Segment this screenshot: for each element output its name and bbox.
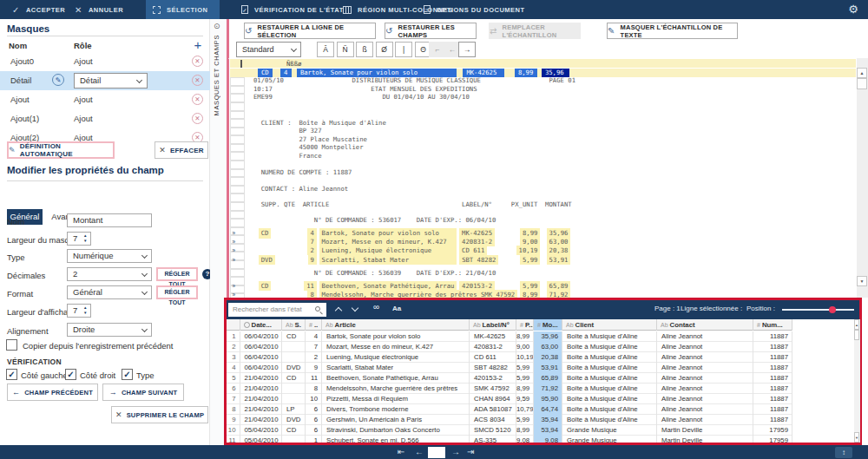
table-row[interactable]: 721/04/201010Pizzetti, Messa di RequiemC… xyxy=(227,394,792,404)
loop-search-icon[interactable]: ∞ xyxy=(373,302,379,311)
style-select[interactable]: Standard xyxy=(236,42,301,57)
delete-mask-icon[interactable]: ✕ xyxy=(192,75,203,86)
champ-precedent-button[interactable]: ←CHAMP PRÉCÉDENT xyxy=(7,384,98,401)
verification-etat-button[interactable]: ✓VÉRIFICATION DE L'ÉTAT xyxy=(241,0,344,19)
cote-gauche-checkbox[interactable]: ✓ xyxy=(6,369,17,380)
settings-gear-icon[interactable]: ⚙ xyxy=(848,3,858,16)
delete-mask-icon[interactable]: ✕ xyxy=(192,113,203,124)
column-header-Label/N°[interactable]: AbLabel/N° xyxy=(470,319,516,331)
last-page-icon[interactable]: ⇥ xyxy=(467,447,474,456)
column-header-Mo...[interactable]: #Mo... xyxy=(534,319,562,331)
field-nom-input[interactable]: Montant xyxy=(67,213,152,227)
table-row[interactable]: 206/04/20107Mozart, Messe en do mineur, … xyxy=(227,342,792,352)
line-selector-box[interactable] xyxy=(230,77,245,86)
table-row[interactable]: 821/04/2010LP6Divers, Trombone moderneAD… xyxy=(227,404,792,415)
char-arrow-right-button[interactable]: → xyxy=(458,42,476,57)
table-row[interactable]: 521/04/2010CD11Beethoven, Sonate Pathéti… xyxy=(227,373,792,384)
line-selector-box[interactable] xyxy=(230,94,245,102)
line-selector-box[interactable] xyxy=(230,119,245,128)
field-type-select[interactable]: Numérique xyxy=(67,249,152,263)
search-prev-icon[interactable] xyxy=(335,307,342,314)
first-page-icon[interactable]: ⇤ xyxy=(398,447,404,456)
line-selector-box[interactable] xyxy=(230,128,245,136)
fit-height-button[interactable]: ↕ xyxy=(835,447,852,458)
line-selector-box[interactable] xyxy=(230,102,245,111)
restaurer-champs-button[interactable]: ↺RESTAURER LES CHAMPS xyxy=(385,23,477,39)
table-row[interactable]: 306/04/20102Luening, Musique électroniqu… xyxy=(227,352,792,363)
scroll-up-icon[interactable]: ▲ xyxy=(854,319,859,330)
position-slider-handle[interactable] xyxy=(829,306,836,313)
field-format-select[interactable]: Général xyxy=(67,285,152,299)
champ-suivant-button[interactable]: →CHAMP SUIVANT xyxy=(102,384,184,401)
line-selector-box[interactable] xyxy=(230,152,245,161)
field-decimales-select[interactable]: 2 xyxy=(67,267,152,281)
column-header-P...[interactable]: #P... xyxy=(516,319,534,331)
char-button-2[interactable]: ß xyxy=(356,42,373,57)
table-row[interactable]: 1005/04/2010CD6Stravinski, Dumbarton Oak… xyxy=(227,425,792,436)
position-slider[interactable] xyxy=(782,309,854,311)
column-header-S.[interactable]: AbS. xyxy=(282,319,306,331)
prev-page-icon[interactable]: ← xyxy=(415,447,424,456)
char-button-3[interactable]: Ø xyxy=(376,42,393,57)
line-selector-box[interactable] xyxy=(230,211,245,220)
mask-row-Ajout[interactable]: AjoutAjout✕ xyxy=(0,90,210,109)
mask-definition-row[interactable] xyxy=(230,59,856,68)
line-selector-box[interactable] xyxy=(230,193,245,202)
report-view[interactable]: ÑßßøCD4Bartok, Sonate pour violon soloMK… xyxy=(229,58,868,298)
type-checkbox[interactable]: ✓ xyxy=(122,369,133,380)
regler-tout-decimales-button[interactable]: RÉGLER TOUT xyxy=(156,267,198,281)
line-selector-box[interactable] xyxy=(230,219,245,227)
column-header-Date...[interactable]: Date... xyxy=(240,319,283,331)
delete-mask-icon[interactable]: ✕ xyxy=(192,56,203,67)
scroll-up-icon[interactable]: ▲ xyxy=(857,68,867,78)
field-largeur-masque-stepper[interactable]: 7▲▼ xyxy=(67,232,91,246)
supprimer-champ-button[interactable]: ✕SUPPRIMER LE CHAMP xyxy=(111,406,208,423)
mask-row-Détail[interactable]: Détail✎Détail✕ xyxy=(0,71,210,90)
cote-droit-checkbox[interactable]: ✓ xyxy=(65,369,76,380)
column-header-Num...[interactable]: #Num... xyxy=(753,319,792,331)
line-selector-box[interactable] xyxy=(230,169,245,178)
field-alignement-select[interactable]: Droite xyxy=(67,323,152,337)
line-selector-box[interactable] xyxy=(230,269,245,278)
copier-checkbox[interactable] xyxy=(6,339,17,351)
column-header-..[interactable]: #.. xyxy=(306,319,322,331)
table-row[interactable]: 406/04/2010DVD9Scarlatti, Stabat MaterSB… xyxy=(227,363,792,373)
masquer-echantillon-button[interactable]: ✎MASQUER L'ÉCHANTILLON DE TEXTE xyxy=(607,23,738,39)
table-row[interactable]: 1105/04/20101Schubert, Sonate en mi, D.5… xyxy=(227,436,792,443)
line-selector-box[interactable] xyxy=(230,86,245,95)
auto-define-button[interactable]: ✎DÉFINITION AUTOMATIQUE xyxy=(7,141,115,159)
search-next-icon[interactable] xyxy=(352,305,358,311)
delete-mask-icon[interactable]: ✕ xyxy=(192,94,203,105)
add-mask-button[interactable]: + xyxy=(191,38,205,52)
restaurer-ligne-selection-button[interactable]: ↺RESTAURER LA LIGNE DE SÉLECTION xyxy=(244,23,376,39)
tab-masques-et-champs[interactable]: MASQUES ET CHAMPS xyxy=(213,35,220,115)
stepper-arrows-icon[interactable]: ▲▼ xyxy=(83,233,87,244)
char-button-0[interactable]: Â xyxy=(317,42,334,57)
table-row[interactable]: 921/04/2010DVD6Gershwin, Un Américain à … xyxy=(227,415,792,425)
tab-selection[interactable]: SÉLECTION xyxy=(146,0,220,19)
pencil-icon[interactable]: ✎ xyxy=(52,74,64,86)
scroll-down-icon[interactable]: ▼ xyxy=(857,276,867,286)
line-selector-box[interactable] xyxy=(230,111,245,120)
match-case-icon[interactable]: Aa xyxy=(392,305,401,312)
accept-button[interactable]: ✓ACCEPTER xyxy=(12,0,65,19)
regler-tout-format-button[interactable]: RÉGLER TOUT xyxy=(156,285,198,299)
column-header-num[interactable] xyxy=(227,319,240,331)
line-selector-box[interactable] xyxy=(230,135,245,144)
table-row[interactable]: 621/04/20108Mendelssohn, Marche guerrièr… xyxy=(227,384,792,394)
next-page-icon[interactable]: → xyxy=(451,447,460,456)
cancel-button[interactable]: ✕ANNULER xyxy=(75,0,123,19)
line-selector-box[interactable] xyxy=(230,161,245,169)
search-input[interactable]: Rechercher dans l'état xyxy=(228,303,326,317)
preview-scrollbar[interactable]: ▲ ▼ xyxy=(854,319,860,443)
clear-button[interactable]: ✕EFFACER xyxy=(155,141,208,159)
field-largeur-affichage-stepper[interactable]: 7▲▼ xyxy=(67,304,91,318)
mask-role-select[interactable]: Détail xyxy=(74,73,148,89)
page-number-input[interactable] xyxy=(428,447,445,458)
report-scrollbar[interactable]: ▲ ▼ xyxy=(857,58,868,298)
scrollbar-thumb[interactable] xyxy=(857,78,867,89)
char-button-1[interactable]: Ñ xyxy=(337,42,354,57)
preview-table[interactable]: Date...AbS.#..AbArticleAbLabel/N°#P...#M… xyxy=(227,319,859,443)
column-header-Client[interactable]: AbClient xyxy=(562,319,657,331)
column-header-Article[interactable]: AbArticle xyxy=(322,319,470,331)
